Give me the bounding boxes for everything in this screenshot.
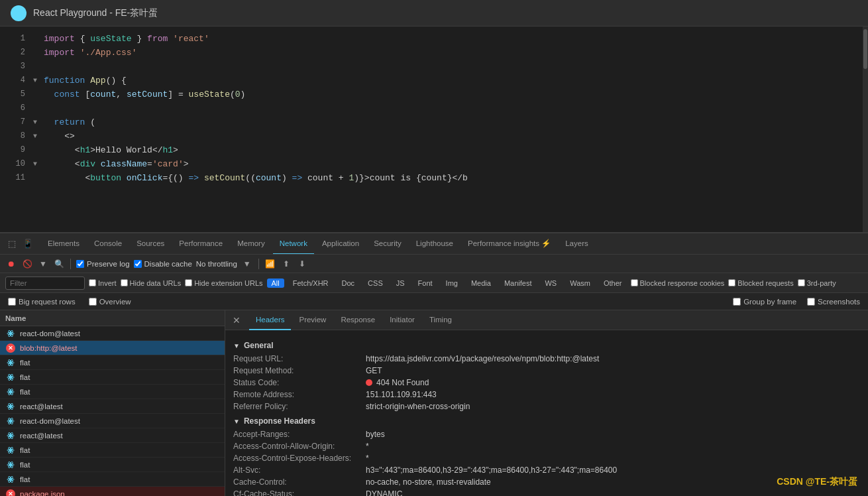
filter-type-img[interactable]: Img <box>441 279 462 288</box>
tab-console[interactable]: Console <box>87 233 129 255</box>
list-item[interactable]: react-dom@latest <box>0 326 225 341</box>
record-button[interactable]: ⏺ <box>5 258 17 270</box>
overview-input[interactable] <box>89 298 97 306</box>
code-line-7: 7 ▼ return ( <box>0 115 868 129</box>
filter-type-manifest[interactable]: Manifest <box>500 279 537 288</box>
detail-row-method: Request Method: GET <box>233 366 860 375</box>
tab-layers[interactable]: Layers <box>559 233 595 255</box>
list-item[interactable]: flat <box>0 443 225 458</box>
tab-network[interactable]: Network <box>273 233 314 255</box>
upload-icon[interactable]: ⬆ <box>280 258 292 270</box>
req-icon-error: ✕ <box>5 343 16 353</box>
detail-content: ▼ General Request URL: https://data.jsde… <box>225 330 868 496</box>
preserve-log-checkbox[interactable]: Preserve log <box>76 260 130 268</box>
devtools-tabbar: ⬚ 📱 Elements Console Sources Performance… <box>0 233 868 255</box>
code-line-10: 10 ▼ <div className='card'> <box>0 157 868 171</box>
tab-elements[interactable]: Elements <box>41 233 86 255</box>
filter-type-js[interactable]: JS <box>392 279 409 288</box>
tab-sources[interactable]: Sources <box>130 233 171 255</box>
throttling-select[interactable]: No throttling <box>196 260 237 268</box>
req-icon-react <box>5 416 16 426</box>
big-request-rows-checkbox[interactable]: Big request rows <box>8 298 76 306</box>
list-item-selected[interactable]: ✕ blob:http:@latest <box>0 341 225 355</box>
filter-icon[interactable]: ▼ <box>37 258 49 270</box>
filter-type-ws[interactable]: WS <box>540 279 561 288</box>
list-item[interactable]: flat <box>0 458 225 472</box>
list-item[interactable]: react@latest <box>0 399 225 414</box>
tab-performance[interactable]: Performance <box>172 233 229 255</box>
filter-type-other[interactable]: Other <box>599 279 627 288</box>
list-item[interactable]: flat <box>0 385 225 399</box>
hide-data-urls-checkbox[interactable]: Hide data URLs <box>121 279 182 287</box>
invert-checkbox[interactable]: Invert <box>89 279 117 287</box>
tab-application[interactable]: Application <box>315 233 366 255</box>
detail-tab-preview[interactable]: Preview <box>292 310 333 330</box>
blocked-requests-checkbox[interactable]: Blocked requests <box>728 279 793 287</box>
blocked-cookies-input[interactable] <box>631 279 638 286</box>
big-rows-input[interactable] <box>8 298 16 306</box>
device-icon[interactable]: 📱 <box>21 237 34 251</box>
title-bar: React Playground - FE-茶叶蛋 <box>0 0 868 27</box>
filter-bar: Invert Hide data URLs Hide extension URL… <box>0 273 868 293</box>
detail-tab-response[interactable]: Response <box>334 310 382 330</box>
detail-tab-headers[interactable]: Headers <box>249 310 291 330</box>
filter-type-doc[interactable]: Doc <box>337 279 360 288</box>
throttling-dropdown[interactable]: ▼ <box>241 258 253 270</box>
code-line-4: 4 ▼ function App() { <box>0 74 868 88</box>
filter-type-media[interactable]: Media <box>466 279 496 288</box>
filter-input[interactable] <box>5 277 85 290</box>
overview-checkbox[interactable]: Overview <box>89 298 131 306</box>
filter-type-css[interactable]: CSS <box>363 279 388 288</box>
scrollbar-thumb[interactable] <box>863 29 867 69</box>
status-dot <box>366 379 372 386</box>
third-party-input[interactable] <box>798 279 805 286</box>
hide-data-urls-input[interactable] <box>121 279 128 286</box>
detail-tab-timing[interactable]: Timing <box>423 310 459 330</box>
req-name: react@latest <box>20 432 219 440</box>
clear-button[interactable]: 🚫 <box>21 258 33 270</box>
req-name: react-dom@latest <box>20 330 219 338</box>
invert-input[interactable] <box>89 279 96 286</box>
tab-performance-insights[interactable]: Performance insights ⚡ <box>461 233 557 255</box>
group-by-frame-input[interactable] <box>733 298 741 306</box>
tab-memory[interactable]: Memory <box>231 233 272 255</box>
list-item[interactable]: react-dom@latest <box>0 414 225 428</box>
code-scrollbar[interactable] <box>863 27 868 232</box>
close-button[interactable]: ✕ <box>231 314 243 326</box>
response-headers-section-header[interactable]: ▼ Response Headers <box>233 416 860 426</box>
req-name: package.json <box>20 490 219 497</box>
network-main: Name react-dom@latest ✕ blob:http:@lates… <box>0 310 868 496</box>
filter-type-font[interactable]: Font <box>413 279 437 288</box>
search-icon[interactable]: 🔍 <box>53 258 65 270</box>
third-party-checkbox[interactable]: 3rd-party <box>798 279 836 287</box>
list-item[interactable]: flat <box>0 370 225 385</box>
disable-cache-input[interactable] <box>134 260 142 268</box>
screenshots-input[interactable] <box>807 298 815 306</box>
blocked-response-cookies-checkbox[interactable]: Blocked response cookies <box>631 279 725 287</box>
code-editor: 1 import { useState } from 'react' 2 imp… <box>0 27 868 232</box>
tab-security[interactable]: Security <box>367 233 408 255</box>
code-line-2: 2 import './App.css' <box>0 46 868 60</box>
list-item[interactable]: flat <box>0 355 225 370</box>
list-item-error[interactable]: ✕ package.json <box>0 487 225 496</box>
general-section-header[interactable]: ▼ General <box>233 341 860 350</box>
hide-extension-urls-input[interactable] <box>185 279 192 286</box>
req-icon-error: ✕ <box>5 489 16 497</box>
list-item[interactable]: flat <box>0 472 225 487</box>
group-by-frame-checkbox[interactable]: Group by frame <box>733 298 796 306</box>
hide-extension-urls-checkbox[interactable]: Hide extension URLs <box>185 279 262 287</box>
preserve-log-input[interactable] <box>76 260 84 268</box>
filter-type-wasm[interactable]: Wasm <box>565 279 595 288</box>
filter-type-all[interactable]: All <box>267 279 284 288</box>
list-item[interactable]: react@latest <box>0 428 225 443</box>
download-icon[interactable]: ⬇ <box>296 258 308 270</box>
request-list-items[interactable]: react-dom@latest ✕ blob:http:@latest fla… <box>0 326 225 496</box>
screenshots-checkbox[interactable]: Screenshots <box>807 298 860 306</box>
disable-cache-checkbox[interactable]: Disable cache <box>134 260 192 268</box>
filter-type-fetch-xhr[interactable]: Fetch/XHR <box>288 279 333 288</box>
blocked-requests-input[interactable] <box>728 279 735 286</box>
tab-lighthouse[interactable]: Lighthouse <box>409 233 460 255</box>
detail-tab-initiator[interactable]: Initiator <box>383 310 421 330</box>
wifi-icon[interactable]: 📶 <box>264 258 276 270</box>
inspect-icon[interactable]: ⬚ <box>5 237 19 251</box>
